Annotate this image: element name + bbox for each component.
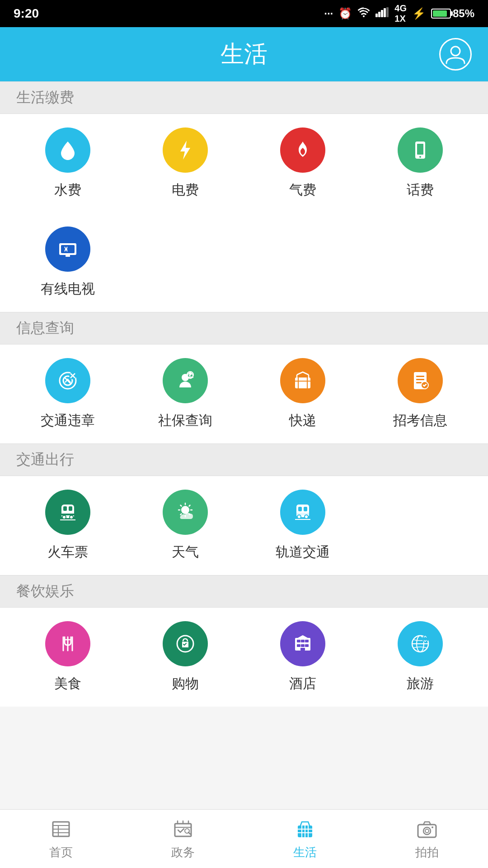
life-payment-grid: 水费 电费 xyxy=(0,114,488,312)
government-icon xyxy=(171,817,195,841)
svg-rect-47 xyxy=(305,640,309,642)
svg-rect-21 xyxy=(295,377,310,388)
food-icon xyxy=(45,621,90,666)
section-info-query: 信息查询 交通违章 xyxy=(0,312,488,443)
weather-icon xyxy=(163,490,208,535)
transportation-items: 火车票 xyxy=(0,490,488,571)
signal-dots: ··· xyxy=(324,7,333,20)
transportation-grid: 火车票 xyxy=(0,476,488,575)
info-query-items: 交通违章 社保查询 xyxy=(0,358,488,439)
traffic-violation-icon xyxy=(45,358,90,403)
status-bar: 9:20 ··· ⏰ 4G1X ⚡ xyxy=(0,0,488,27)
life-icon xyxy=(293,817,317,841)
svg-rect-51 xyxy=(300,648,305,651)
item-shopping[interactable]: 购物 xyxy=(127,621,244,702)
bottom-navigation: 首页 政务 xyxy=(0,809,488,868)
phone-icon xyxy=(398,127,443,173)
nav-item-photo[interactable]: 拍拍 xyxy=(366,810,488,868)
section-food-entertainment: 餐饮娱乐 美食 xyxy=(0,575,488,707)
svg-rect-50 xyxy=(305,644,309,647)
svg-point-40 xyxy=(305,515,308,519)
item-cable-tv[interactable]: 有线电视 xyxy=(9,226,127,307)
item-train[interactable]: 火车票 xyxy=(9,490,127,571)
svg-rect-2 xyxy=(381,10,383,17)
avatar-button[interactable] xyxy=(439,38,472,71)
svg-rect-11 xyxy=(61,245,75,253)
svg-rect-46 xyxy=(301,640,305,642)
battery-percent: 85% xyxy=(453,7,474,20)
hotel-icon xyxy=(280,621,325,666)
svg-rect-49 xyxy=(301,644,305,647)
section-header-transportation: 交通出行 xyxy=(0,443,488,476)
item-gas[interactable]: 气费 xyxy=(244,127,361,208)
svg-point-34 xyxy=(181,506,189,514)
status-bar-right: ··· ⏰ 4G1X ⚡ xyxy=(324,3,474,24)
alarm-icon: ⏰ xyxy=(338,7,352,20)
nav-item-home[interactable]: 首页 xyxy=(0,810,122,868)
svg-rect-45 xyxy=(297,640,300,642)
cable-tv-icon xyxy=(45,226,90,272)
svg-rect-48 xyxy=(297,644,300,647)
item-express[interactable]: 快递 xyxy=(244,358,361,439)
item-social-insurance[interactable]: 社保查询 xyxy=(127,358,244,439)
svg-rect-12 xyxy=(66,255,70,257)
water-icon xyxy=(45,127,90,173)
section-header-life-payment: 生活缴费 xyxy=(0,81,488,114)
item-weather[interactable]: 天气 xyxy=(127,490,244,571)
charging-icon: ⚡ xyxy=(412,7,426,20)
item-hotel[interactable]: 酒店 xyxy=(244,621,361,702)
svg-rect-0 xyxy=(375,14,378,17)
exam-info-icon xyxy=(398,358,443,403)
svg-rect-8 xyxy=(417,144,423,155)
svg-point-70 xyxy=(425,829,429,833)
item-metro[interactable]: 轨道交通 xyxy=(244,490,361,571)
header-title: 生活 xyxy=(221,38,267,70)
item-traffic-violation[interactable]: 交通违章 xyxy=(9,358,127,439)
item-exam-info[interactable]: 招考信息 xyxy=(361,358,479,439)
item-travel[interactable]: 旅游 xyxy=(361,621,479,702)
train-icon xyxy=(45,490,90,535)
section-header-info-query: 信息查询 xyxy=(0,312,488,344)
shopping-icon xyxy=(163,621,208,666)
social-insurance-icon xyxy=(163,358,208,403)
svg-point-71 xyxy=(432,826,433,828)
section-header-food-entertainment: 餐饮娱乐 xyxy=(0,575,488,608)
home-icon xyxy=(49,817,73,841)
network-type: 4G1X xyxy=(394,3,407,24)
svg-rect-3 xyxy=(384,8,386,17)
app-header: 生活 xyxy=(0,27,488,81)
info-query-grid: 交通违章 社保查询 xyxy=(0,344,488,443)
camera-icon xyxy=(415,817,439,841)
battery-indicator: 85% xyxy=(431,7,474,20)
status-time: 9:20 xyxy=(14,6,39,21)
travel-icon xyxy=(398,621,443,666)
svg-rect-29 xyxy=(69,506,72,511)
food-entertainment-grid: 美食 购物 xyxy=(0,608,488,707)
item-food[interactable]: 美食 xyxy=(9,621,127,702)
metro-icon xyxy=(280,490,325,535)
item-phone[interactable]: 话费 xyxy=(361,127,479,208)
svg-point-69 xyxy=(423,827,431,835)
food-entertainment-items: 美食 购物 xyxy=(0,621,488,702)
svg-rect-1 xyxy=(378,12,380,17)
svg-rect-28 xyxy=(63,506,67,511)
gas-icon xyxy=(280,127,325,173)
electricity-icon xyxy=(163,127,208,173)
svg-rect-4 xyxy=(386,7,389,17)
svg-rect-37 xyxy=(304,507,307,511)
svg-point-5 xyxy=(451,47,460,56)
svg-rect-68 xyxy=(418,825,436,837)
life-payment-items: 水费 电费 xyxy=(0,127,488,307)
svg-point-33 xyxy=(70,515,73,519)
nav-item-life[interactable]: 生活 xyxy=(244,810,366,868)
svg-point-32 xyxy=(62,515,66,519)
svg-point-9 xyxy=(419,156,421,158)
signal-bars xyxy=(375,7,389,20)
svg-rect-24 xyxy=(416,379,424,380)
express-icon xyxy=(280,358,325,403)
item-electricity[interactable]: 电费 xyxy=(127,127,244,208)
item-water[interactable]: 水费 xyxy=(9,127,127,208)
section-life-payment: 生活缴费 水费 xyxy=(0,81,488,312)
svg-rect-23 xyxy=(416,376,424,377)
nav-item-government[interactable]: 政务 xyxy=(122,810,244,868)
